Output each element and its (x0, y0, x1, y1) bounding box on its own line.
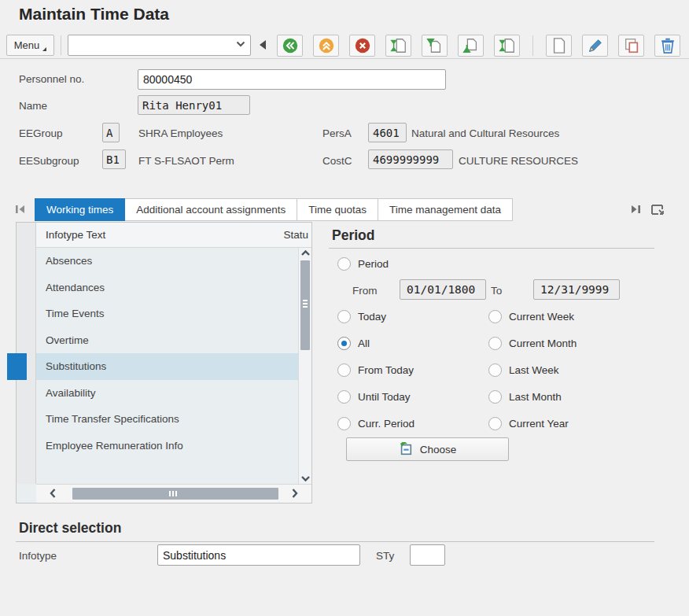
last-page-button[interactable] (494, 35, 520, 57)
radio-today-label: Today (358, 311, 386, 323)
radio-last-month[interactable]: Last Month (488, 390, 562, 404)
vertical-scrollbar[interactable] (298, 248, 311, 484)
tab-strip: Working times Additional account assignm… (0, 198, 689, 221)
radio-circle-checked[interactable] (337, 337, 351, 350)
radio-curr-period[interactable]: Curr. Period (337, 417, 415, 430)
radio-last-month-label: Last Month (509, 391, 562, 403)
column-header-status[interactable]: Statu (283, 229, 311, 241)
radio-until-today-label: Until Today (358, 391, 411, 403)
next-page-button[interactable] (458, 35, 484, 57)
radio-circle[interactable] (337, 310, 351, 323)
vertical-scrollbar-thumb[interactable] (300, 260, 310, 350)
menu-button[interactable]: Menu (6, 35, 54, 56)
from-date-field[interactable]: 01/01/1800 (400, 279, 486, 300)
infotype-rows: Absences Attendances Time Events Overtim… (36, 248, 298, 484)
exit-icon (318, 37, 335, 54)
costc-value: 4699999999 (368, 149, 453, 169)
first-page-icon (390, 37, 407, 54)
radio-circle[interactable] (488, 363, 502, 377)
cancel-icon (354, 37, 371, 54)
table-row-time-events[interactable]: Time Events (36, 301, 298, 327)
eesubgroup-label: EESubgroup (19, 155, 79, 167)
radio-circle[interactable] (488, 310, 502, 323)
to-label: To (491, 285, 502, 297)
cancel-button[interactable] (349, 35, 375, 57)
period-divider (329, 248, 654, 249)
create-button[interactable] (546, 35, 572, 57)
last-page-icon (499, 37, 516, 54)
radio-from-today-label: From Today (358, 364, 414, 376)
radio-today[interactable]: Today (337, 310, 386, 323)
command-input[interactable] (72, 36, 229, 54)
eegroup-label: EEGroup (19, 127, 63, 139)
eegroup-value: A (102, 123, 120, 142)
delete-button[interactable] (654, 35, 680, 57)
thumb-grip (303, 300, 308, 308)
horizontal-scrollbar-thumb[interactable] (72, 488, 278, 500)
toolbar-separator (532, 35, 533, 56)
tab-time-management-data[interactable]: Time management data (378, 198, 513, 221)
radio-last-week[interactable]: Last Week (488, 363, 559, 377)
table-row-absences[interactable]: Absences (36, 248, 298, 275)
radio-all[interactable]: All (337, 337, 370, 350)
thumb-grip (169, 491, 177, 496)
eesubgroup-value: B1 (102, 149, 126, 169)
tab-time-quotas[interactable]: Time quotas (297, 198, 378, 221)
table-row-attendances[interactable]: Attendances (36, 275, 298, 301)
radio-circle[interactable] (337, 390, 351, 404)
sty-input[interactable] (410, 544, 445, 566)
collapse-command-field-icon[interactable] (260, 40, 266, 50)
choose-button[interactable]: Choose (346, 437, 509, 461)
radio-circle[interactable] (337, 257, 351, 271)
table-row-time-transfer-specifications[interactable]: Time Transfer Specifications (36, 406, 298, 433)
tab-additional-account-assignments[interactable]: Additional account assignments (125, 198, 297, 221)
tab-expand-icon[interactable] (650, 202, 665, 216)
tab-scroll-last-icon[interactable] (629, 204, 642, 215)
radio-current-month[interactable]: Current Month (488, 337, 577, 350)
chevron-down-icon[interactable] (236, 41, 245, 47)
exit-button[interactable] (313, 35, 339, 57)
infotype-table-header: Infotype Text Statu (36, 223, 311, 248)
radio-period[interactable]: Period (337, 257, 389, 271)
tab-working-times[interactable]: Working times (35, 198, 125, 221)
scroll-left-icon[interactable] (49, 488, 57, 499)
menu-button-label: Menu (14, 39, 40, 51)
table-row-employee-remuneration-info[interactable]: Employee Remuneration Info (36, 433, 298, 459)
radio-current-week[interactable]: Current Week (488, 310, 574, 323)
change-button[interactable] (582, 35, 608, 57)
to-date-field[interactable]: 12/31/9999 (533, 279, 620, 300)
radio-all-label: All (358, 338, 370, 349)
page-title: Maintain Time Data (19, 5, 169, 24)
radio-until-today[interactable]: Until Today (337, 390, 411, 404)
back-button[interactable] (277, 35, 303, 57)
infotype-input[interactable] (157, 544, 360, 566)
radio-circle[interactable] (488, 390, 502, 404)
first-page-button[interactable] (385, 35, 411, 57)
column-header-infotype-text[interactable]: Infotype Text (36, 229, 283, 241)
copy-button[interactable] (618, 35, 644, 57)
tab-scroll-first-icon[interactable] (14, 204, 27, 215)
from-label: From (352, 285, 378, 297)
table-row-overtime[interactable]: Overtime (36, 327, 298, 354)
radio-from-today[interactable]: From Today (337, 363, 414, 377)
horizontal-scrollbar[interactable] (36, 484, 311, 503)
radio-current-year[interactable]: Current Year (488, 417, 569, 430)
personnel-no-input[interactable] (138, 69, 446, 90)
scroll-right-icon[interactable] (291, 488, 299, 499)
scroll-up-icon[interactable] (300, 249, 311, 257)
radio-circle[interactable] (337, 417, 351, 430)
scroll-down-icon[interactable] (300, 474, 311, 482)
copy-icon (623, 37, 640, 54)
costc-text: CULTURE RESOURCES (459, 155, 578, 167)
radio-current-year-label: Current Year (509, 418, 569, 430)
previous-page-button[interactable] (422, 35, 448, 57)
table-row-substitutions[interactable]: Substitutions (36, 353, 298, 380)
radio-circle[interactable] (337, 363, 351, 377)
back-icon (282, 37, 299, 54)
radio-circle[interactable] (488, 337, 502, 350)
maintain-time-data-window: Maintain Time Data Menu (0, 0, 689, 616)
radio-last-week-label: Last Week (509, 364, 559, 376)
radio-circle[interactable] (488, 417, 502, 430)
command-field[interactable] (68, 35, 251, 56)
table-row-availability[interactable]: Availability (36, 380, 298, 407)
